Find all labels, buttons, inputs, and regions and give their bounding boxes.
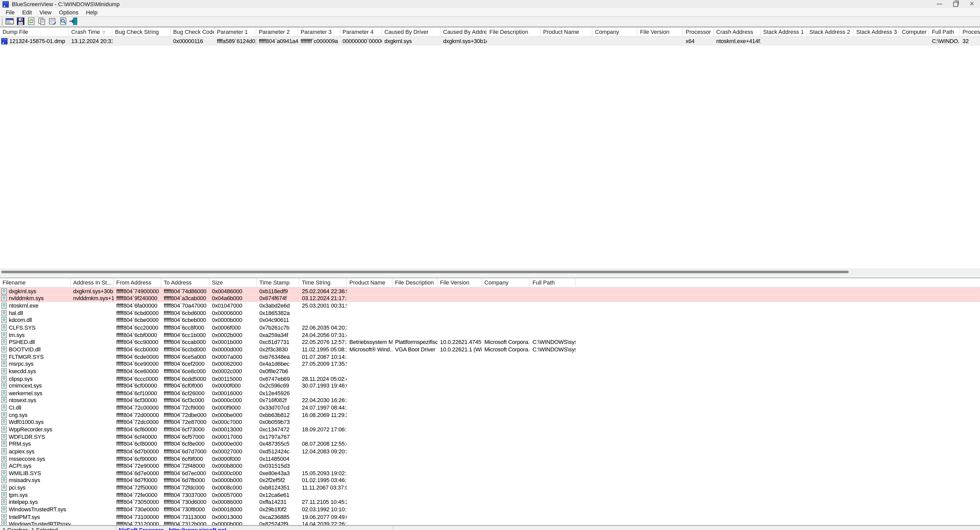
column-header-stack-address-3[interactable]: Stack Address 3 [854,27,899,36]
table-row[interactable]: acpiex.sysfffff804`6d7b0000fffff804`6d7d… [0,448,980,455]
table-cell: tpm.sys [0,492,71,498]
table-cell: 0x000c7000 [209,419,257,425]
table-row[interactable]: hal.dllfffff804`6cbd0000fffff804`6cbd600… [0,309,980,317]
table-row[interactable]: tpm.sysfffff804`72fe0000fffff804`7303700… [0,491,980,498]
column-header-company[interactable]: Company [593,27,638,36]
column-header-stack-address-2[interactable]: Stack Address 2 [807,27,854,36]
column-header-computer[interactable]: Computer ... [899,27,929,36]
table-row[interactable]: WindowsTrustedRT.sysfffff804`730e0000fff… [0,506,980,513]
column-header-from-address[interactable]: From Address [114,279,161,287]
table-row[interactable]: ntosext.sysfffff804`6cf30000fffff804`6cf… [0,397,980,404]
driver-file-icon [1,492,7,498]
pane-splitter[interactable] [0,276,980,278]
driver-file-icon [1,434,7,440]
table-row[interactable]: FLTMGR.SYSfffff804`6cde0000fffff804`6ce5… [0,353,980,360]
table-row[interactable]: msrpc.sysfffff804`6ce90000fffff804`6cef2… [0,360,980,368]
menu-edit[interactable]: Edit [18,9,36,15]
driver-file-icon [1,346,7,352]
table-row[interactable]: werkernel.sysfffff804`6cf10000fffff804`6… [0,390,980,397]
minimize-button[interactable] [931,0,947,8]
menu-file[interactable]: File [2,9,18,15]
properties-button[interactable] [47,17,57,26]
column-header-full-path[interactable]: Full Path [929,27,960,36]
table-row[interactable]: dxgkrnl.sysdxgkrnl.sys+30b1eefffff804`74… [0,288,980,295]
column-header-parameter-1[interactable]: Parameter 1 [215,27,256,36]
close-button[interactable]: ✕ [964,0,980,8]
column-header-file-version[interactable]: File Version [438,279,482,287]
table-row[interactable]: WindowsTrustedRTProxy.sysfffff804`731200… [0,520,980,525]
nirsoft-link[interactable]: NirSoft Freeware - http://www.nirsoft.ne… [119,527,226,530]
column-header-full-path[interactable]: Full Path [530,279,576,287]
table-row[interactable]: WppRecorder.sysfffff804`6cf60000fffff804… [0,426,980,433]
exit-button[interactable] [68,17,79,26]
advanced-options-button[interactable] [4,17,15,26]
column-header-time-stamp[interactable]: Time Stamp [257,279,299,287]
close-icon: ✕ [969,0,974,8]
table-row[interactable]: msseccore.sysfffff804`6cf90000fffff804`6… [0,455,980,462]
menu-view[interactable]: View [36,9,55,15]
filename-label: CI.dll [9,404,21,411]
table-cell: 24.07.1997 08:44:13 [299,404,347,411]
scrollbar-thumb[interactable] [1,271,849,273]
table-cell: 0x0000b000 [209,477,257,483]
horizontal-scrollbar[interactable] [0,268,980,276]
table-row[interactable]: intelpep.sysfffff804`73050000fffff804`73… [0,499,980,506]
column-header-dump-file[interactable]: Dump File [0,27,68,36]
find-button[interactable] [57,17,68,26]
column-header-company[interactable]: Company [482,279,530,287]
table-row[interactable]: WDFLDR.SYSfffff804`6cf40000fffff804`6cf5… [0,433,980,440]
column-header-processo[interactable]: Processo [960,27,980,36]
column-header-processor[interactable]: Processor [683,27,714,36]
table-row[interactable]: pci.sysfffff804`72f50000fffff804`72fdc00… [0,484,980,491]
column-header-crash-time[interactable]: Crash Time▽ [68,27,113,36]
column-header-parameter-2[interactable]: Parameter 2 [256,27,298,36]
menu-options[interactable]: Options [55,9,82,15]
column-header-to-address[interactable]: To Address [161,279,209,287]
table-row[interactable]: ntoskrnl.exefffff804`6fa00000fffff804`70… [0,302,980,309]
table-row[interactable]: cmimcext.sysfffff804`6cf00000fffff804`6c… [0,382,980,389]
table-row[interactable]: PRM.sysfffff804`6cf80000fffff804`6cf8e00… [0,440,980,447]
table-row[interactable]: CI.dllfffff804`72c00000fffff804`72cf9000… [0,404,980,411]
column-header-file-version[interactable]: File Version [638,27,683,36]
table-row[interactable]: Wdf01000.sysfffff804`72dc0000fffff804`72… [0,419,980,426]
menu-help[interactable]: Help [82,9,101,15]
column-header-file-description[interactable]: File Description [487,27,541,36]
column-header-stack-address-1[interactable]: Stack Address 1 [761,27,807,36]
table-row[interactable]: CLFS.SYSfffff804`6cc20000fffff804`6cc8f0… [0,324,980,331]
table-cell: 0x00018000 [209,506,257,512]
table-row[interactable]: BOOTVID.dllfffff804`6ccb0000fffff804`6cc… [0,346,980,353]
column-header-crash-address[interactable]: Crash Address [714,27,761,36]
column-header-address-in-st[interactable]: Address In St...▴ [71,279,114,287]
table-row[interactable]: ksecdd.sysfffff804`6ce60000fffff804`6ce8… [0,368,980,375]
table-row[interactable]: cng.sysfffff804`72d00000fffff804`72dbe00… [0,411,980,419]
column-header-parameter-3[interactable]: Parameter 3 [298,27,340,36]
column-header-product-name[interactable]: Product Name [347,279,393,287]
table-row[interactable]: ACPI.sysfffff804`72e90000fffff804`72f480… [0,462,980,470]
table-cell: CI.dll [0,404,71,411]
column-header-filename[interactable]: Filename [0,279,71,287]
table-row[interactable]: IntelPMT.sysfffff804`73100000fffff804`73… [0,513,980,520]
table-row[interactable]: PSHED.dllfffff804`6cc90000fffff804`6ccab… [0,339,980,346]
column-header-size[interactable]: Size [209,279,257,287]
column-header-file-description[interactable]: File Description [393,279,438,287]
save-button[interactable] [15,17,25,26]
filename-label: FLTMGR.SYS [9,354,43,360]
table-row[interactable]: nvlddmkm.sysnvlddmkm.sys+17...fffff804`9… [0,295,980,302]
copy-button[interactable] [36,17,47,26]
restore-button[interactable] [947,0,964,8]
refresh-button[interactable] [25,17,36,26]
table-row[interactable]: kdcom.dllfffff804`6cbe0000fffff804`6cbeb… [0,317,980,324]
column-header-parameter-4[interactable]: Parameter 4 [340,27,382,36]
column-header-bug-check-code[interactable]: Bug Check Code [171,27,215,36]
table-row[interactable]: clipsp.sysfffff804`6ccc0000fffff804`6cdd… [0,375,980,382]
table-row[interactable]: WMILIB.SYSfffff804`6d7e0000fffff804`6d7e… [0,470,980,477]
column-header-caused-by-driver[interactable]: Caused By Driver [382,27,441,36]
column-header-product-name[interactable]: Product Name [541,27,592,36]
table-row[interactable]: 121324-15875-01.dmp13.12.2024 20:31:100x… [0,37,980,46]
column-header-time-string[interactable]: Time String [299,279,347,287]
column-header-caused-by-address[interactable]: Caused By Address [441,27,487,36]
table-row[interactable]: msisadrv.sysfffff804`6d7f0000fffff804`6d… [0,477,980,484]
table-row[interactable]: tm.sysfffff804`6cbf0000fffff804`6cc1b000… [0,331,980,339]
column-header-bug-check-string[interactable]: Bug Check String [113,27,171,36]
driver-table-header: FilenameAddress In St...▴From AddressTo … [0,279,980,288]
